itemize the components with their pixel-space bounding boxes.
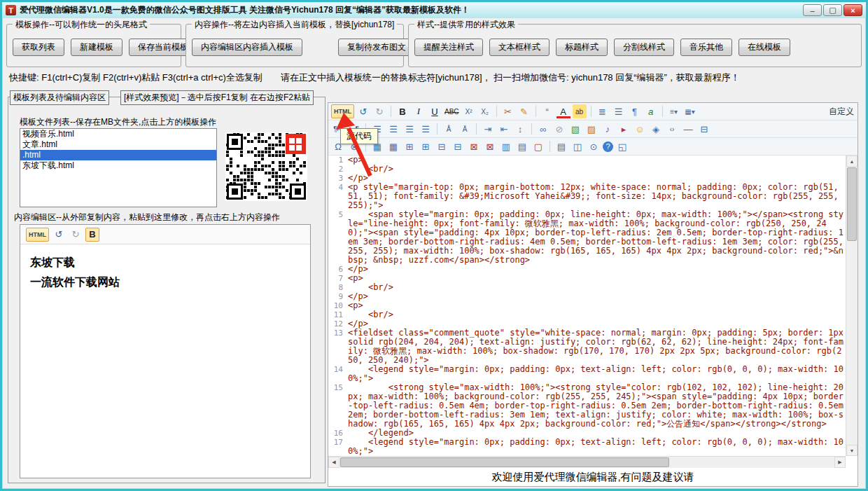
window-title: 爱代理微信编辑器V1.0是一款免费的微信公众号图文排版工具 关注微信号Yichu… (20, 4, 470, 16)
undo-icon[interactable]: ↺ (356, 104, 370, 118)
unordered-list-icon[interactable]: ☰ (612, 104, 626, 118)
insert-col-right-icon[interactable]: ⊟ (451, 139, 465, 153)
bold-icon[interactable]: B (396, 104, 410, 118)
file-list-item[interactable]: 文章.html (20, 139, 216, 150)
toolbar-separator (391, 106, 391, 117)
align-center-icon[interactable]: ☰ (386, 122, 400, 136)
help-icon[interactable]: ? (603, 141, 613, 152)
indent-icon[interactable]: ⇥ (481, 122, 495, 136)
button-分割线样式[interactable]: 分割线样式 (614, 39, 674, 56)
vertical-scroll-thumb[interactable] (847, 167, 857, 241)
format-brush-icon[interactable]: ✎ (517, 104, 531, 118)
delete-col-icon[interactable]: ⊠ (483, 139, 497, 153)
ordered-list-icon[interactable]: ≣ (596, 104, 610, 118)
page-break-icon[interactable]: ⊟ (697, 122, 711, 136)
custom-template-label[interactable]: 自定义 (828, 104, 855, 118)
line-number: 17 (328, 438, 348, 456)
button-内容编辑区内容插入模板[interactable]: 内容编辑区内容插入模板 (192, 39, 302, 56)
preview-icon[interactable]: ◫ (570, 139, 584, 153)
blockquote-icon[interactable]: “ (540, 104, 554, 118)
anchor-icon[interactable]: a (644, 104, 658, 118)
delete-table-icon[interactable]: ▢ (531, 139, 545, 153)
align-right-icon[interactable]: ☰ (402, 122, 416, 136)
merge-cells-icon[interactable]: ▥ (499, 139, 513, 153)
content-edit-area[interactable]: HTML↺↻B 东坡下载一流软件下载网站 (20, 224, 311, 478)
vertical-scrollbar[interactable]: ▲ ▼ (846, 155, 858, 456)
line-number: 13 (328, 329, 348, 365)
fullscreen-icon[interactable]: ◱ (615, 139, 629, 153)
source-code-area[interactable]: 1<p>2 <br/>3</p>4<p style="margin-top: 0… (328, 155, 846, 456)
toolbar-separator (550, 141, 550, 152)
strikethrough-icon[interactable]: ABC (444, 104, 460, 118)
code-icon[interactable]: ‹› (665, 122, 679, 136)
html-source-button[interactable]: HTML (331, 104, 354, 118)
button-新建模板[interactable]: 新建模板 (71, 39, 122, 56)
hr-icon[interactable]: — (681, 122, 695, 136)
minimize-button[interactable]: – (803, 4, 822, 16)
button-获取列表[interactable]: 获取列表 (13, 39, 64, 56)
underline-icon[interactable]: U (428, 104, 442, 118)
undo-icon[interactable]: ↺ (52, 228, 66, 242)
horizontal-scroll-thumb[interactable] (340, 457, 669, 467)
button-文本框样式[interactable]: 文本框样式 (489, 39, 550, 56)
editor-toolbar-row1: HTML↺↻BIUABCX²X₂✂✎“Aab≣☰¶a≡▾▦▾自定义 (328, 103, 858, 120)
button-提醒关注样式[interactable]: 提醒关注样式 (414, 39, 483, 56)
highlight-color-icon[interactable]: ab (573, 104, 587, 118)
font-color-icon[interactable]: A (556, 106, 570, 118)
split-cells-icon[interactable]: ▤ (515, 139, 529, 153)
map-icon[interactable]: ◈ (649, 122, 663, 136)
subscript-icon[interactable]: X₂ (478, 104, 492, 118)
close-button[interactable]: × (844, 4, 862, 16)
redo-icon[interactable]: ↻ (372, 104, 386, 118)
mini-editor-content[interactable]: 东坡下载一流软件下载网站 (20, 244, 310, 300)
button-复制待发布图文[interactable]: 复制待发布图文 (338, 39, 415, 56)
paragraph-icon[interactable]: ¶ (628, 104, 642, 118)
scroll-left-arrow[interactable]: ◀ (328, 457, 340, 468)
scroll-up-arrow[interactable]: ▲ (846, 155, 858, 167)
app-icon: T (6, 5, 16, 15)
delete-row-icon[interactable]: ⊠ (467, 139, 481, 153)
file-list-item[interactable]: 东坡下载.html (20, 160, 216, 171)
outdent-icon[interactable]: ⇤ (497, 122, 511, 136)
maximize-button[interactable]: ▢ (823, 4, 842, 16)
titlebar[interactable]: T 爱代理微信编辑器V1.0是一款免费的微信公众号图文排版工具 关注微信号Yic… (2, 2, 866, 18)
unlink-icon[interactable]: ⊘ (552, 122, 566, 136)
search-icon[interactable]: ⊙ (587, 139, 601, 153)
content-operations-group: 内容操作--将左边内容插入当前模板，替换[yichun178] 内容编辑区内容插… (186, 24, 404, 67)
emoji-icon[interactable]: ☺ (633, 122, 647, 136)
html-source-button[interactable]: HTML (26, 228, 49, 242)
line-height-icon[interactable]: ↕ (513, 122, 527, 136)
code-line: 17 <legend style="margin: 0px; padding: … (328, 438, 846, 456)
print-icon[interactable]: ▤ (554, 139, 568, 153)
italic-icon[interactable]: I (412, 104, 426, 118)
button-在线模板[interactable]: 在线模板 (738, 39, 790, 56)
scroll-down-arrow[interactable]: ▼ (846, 445, 858, 456)
align-justify-icon[interactable]: ☰ (419, 122, 433, 136)
insert-row-below-icon[interactable]: ⊞ (419, 139, 433, 153)
music-icon[interactable]: ♪ (601, 122, 615, 136)
table-props-icon[interactable]: ▦ (386, 139, 400, 153)
video-icon[interactable]: ▸ (617, 122, 631, 136)
template-file-list[interactable]: 视频音乐.html文章.html.html东坡下载.html (20, 128, 217, 207)
button-音乐其他[interactable]: 音乐其他 (680, 39, 732, 56)
link-icon[interactable]: ∞ (536, 122, 550, 136)
superscript-icon[interactable]: X² (462, 104, 476, 118)
code-line: 6</p> (328, 265, 846, 274)
bold-button[interactable]: B (85, 228, 99, 242)
scroll-right-arrow[interactable]: ▶ (834, 457, 846, 468)
remove-format-icon[interactable]: ✂ (501, 104, 515, 118)
file-list-item[interactable]: 视频音乐.html (20, 129, 216, 139)
button-标题样式[interactable]: 标题样式 (556, 39, 608, 56)
lowercase-icon[interactable]: Ä (458, 122, 472, 136)
insert-col-left-icon[interactable]: ⊟ (435, 139, 449, 153)
align-dropdown-icon[interactable]: ≡▾ (667, 104, 681, 118)
horizontal-scrollbar[interactable]: ◀ ▶ (328, 456, 846, 468)
image-icon[interactable]: ▧ (568, 122, 582, 136)
media-dropdown-icon[interactable]: ▦▾ (683, 104, 697, 118)
toolbar-separator (476, 123, 477, 134)
insert-row-above-icon[interactable]: ⊞ (402, 139, 416, 153)
flash-icon[interactable]: ▨ (584, 122, 598, 136)
file-list-item[interactable]: .html (20, 150, 216, 160)
redo-icon[interactable]: ↻ (69, 228, 83, 242)
uppercase-icon[interactable]: Å (442, 122, 456, 136)
